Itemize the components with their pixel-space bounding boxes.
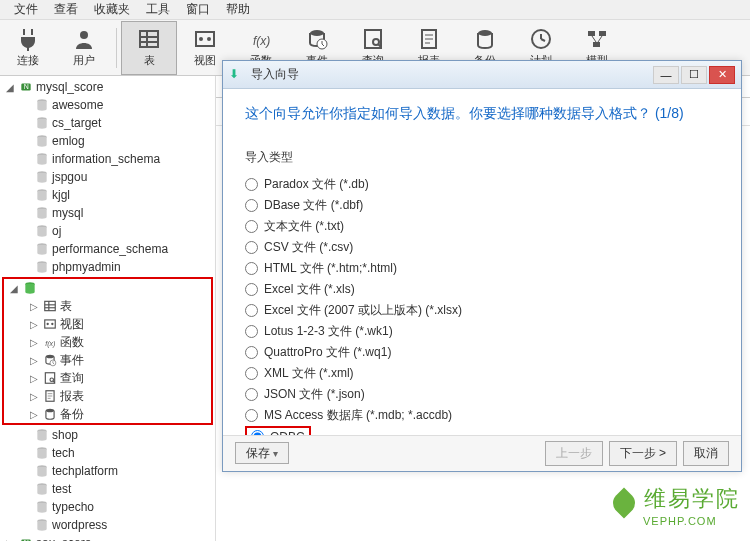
database-icon — [35, 188, 49, 202]
maximize-button[interactable]: ☐ — [681, 66, 707, 84]
import-type-option[interactable]: CSV 文件 (*.csv) — [245, 237, 719, 258]
db-node[interactable]: tech — [0, 444, 215, 462]
radio-input[interactable] — [245, 199, 258, 212]
import-type-option[interactable]: QuattroPro 文件 (*.wq1) — [245, 342, 719, 363]
import-type-option[interactable]: Paradox 文件 (*.db) — [245, 174, 719, 195]
radio-input[interactable] — [245, 325, 258, 338]
db-node[interactable]: phpmyadmin — [0, 258, 215, 276]
next-button[interactable]: 下一步 > — [609, 441, 677, 466]
db-child-table[interactable]: ▷表 — [4, 297, 211, 315]
menu-fav[interactable]: 收藏夹 — [86, 0, 138, 20]
report-icon — [43, 389, 57, 403]
minimize-button[interactable]: — — [653, 66, 679, 84]
radio-input[interactable] — [245, 283, 258, 296]
import-type-option[interactable]: 文本文件 (*.txt) — [245, 216, 719, 237]
wizard-icon: ⬇ — [229, 67, 245, 83]
db-child-fx[interactable]: ▷f(x)函数 — [4, 333, 211, 351]
svg-point-7 — [207, 37, 211, 41]
db-child-view[interactable]: ▷视图 — [4, 315, 211, 333]
import-type-option[interactable]: Excel 文件 (2007 或以上版本) (*.xlsx) — [245, 300, 719, 321]
svg-rect-24 — [588, 31, 595, 36]
db-child-backup[interactable]: ▷备份 — [4, 405, 211, 423]
db-node[interactable]: information_schema — [0, 150, 215, 168]
import-type-option[interactable]: HTML 文件 (*.htm;*.html) — [245, 258, 719, 279]
ribbon-user[interactable]: 用户 — [56, 21, 112, 75]
db-node[interactable]: jspgou — [0, 168, 215, 186]
dialog-footer: 保存 上一步 下一步 > 取消 — [223, 435, 741, 471]
import-type-option[interactable]: MS Access 数据库 (*.mdb; *.accdb) — [245, 405, 719, 426]
db-node[interactable]: mysql — [0, 204, 215, 222]
database-icon — [35, 500, 49, 514]
fx-icon: f(x) — [249, 27, 273, 51]
radio-input[interactable] — [245, 241, 258, 254]
database-icon — [35, 206, 49, 220]
close-button[interactable]: ✕ — [709, 66, 735, 84]
radio-input[interactable] — [245, 262, 258, 275]
import-type-group: Paradox 文件 (*.db)DBase 文件 (*.dbf)文本文件 (*… — [245, 174, 719, 447]
import-type-option[interactable]: Lotus 1-2-3 文件 (*.wk1) — [245, 321, 719, 342]
radio-input[interactable] — [245, 409, 258, 422]
selected-db-block: ◢ ▷表▷视图▷f(x)函数▷事件▷查询▷报表▷备份 — [2, 277, 213, 425]
svg-point-47 — [47, 323, 49, 325]
import-type-option[interactable]: JSON 文件 (*.json) — [245, 384, 719, 405]
radio-input[interactable] — [245, 388, 258, 401]
db-node-active[interactable]: ◢ — [4, 279, 211, 297]
db-node[interactable]: wordpress — [0, 516, 215, 534]
db-node[interactable]: typecho — [0, 498, 215, 516]
radio-input[interactable] — [245, 220, 258, 233]
db-node[interactable]: techplatform — [0, 462, 215, 480]
radio-input[interactable] — [245, 304, 258, 317]
menu-window[interactable]: 窗口 — [178, 0, 218, 20]
svg-line-28 — [598, 36, 602, 42]
db-node[interactable]: awesome — [0, 96, 215, 114]
save-button[interactable]: 保存 — [235, 442, 289, 464]
connection-node[interactable]: ▷Nsau_score — [0, 534, 215, 541]
database-icon — [35, 116, 49, 130]
event-icon — [43, 353, 57, 367]
database-icon — [35, 518, 49, 532]
db-child-query[interactable]: ▷查询 — [4, 369, 211, 387]
db-node[interactable]: performance_schema — [0, 240, 215, 258]
menu-help[interactable]: 帮助 — [218, 0, 258, 20]
dialog-title: 导入向导 — [251, 66, 653, 83]
cancel-button[interactable]: 取消 — [683, 441, 729, 466]
svg-text:f(x): f(x) — [253, 34, 270, 48]
schedule-icon — [529, 27, 553, 51]
svg-line-27 — [592, 36, 596, 42]
db-node[interactable]: emlog — [0, 132, 215, 150]
import-type-option[interactable]: DBase 文件 (*.dbf) — [245, 195, 719, 216]
import-type-option[interactable]: Excel 文件 (*.xls) — [245, 279, 719, 300]
dialog-titlebar[interactable]: ⬇ 导入向导 — ☐ ✕ — [223, 61, 741, 89]
connection-icon: N — [19, 536, 33, 541]
import-type-label: 导入类型 — [245, 149, 719, 166]
database-icon — [35, 98, 49, 112]
import-type-option[interactable]: XML 文件 (*.xml) — [245, 363, 719, 384]
db-child-report[interactable]: ▷报表 — [4, 387, 211, 405]
svg-rect-42 — [45, 301, 56, 310]
radio-input[interactable] — [245, 346, 258, 359]
radio-input[interactable] — [245, 367, 258, 380]
svg-point-20 — [478, 30, 492, 36]
menu-tools[interactable]: 工具 — [138, 0, 178, 20]
menu-view[interactable]: 查看 — [46, 0, 86, 20]
svg-rect-5 — [196, 32, 214, 46]
db-node[interactable]: cs_target — [0, 114, 215, 132]
db-node[interactable]: shop — [0, 426, 215, 444]
svg-point-9 — [310, 30, 324, 36]
table-icon — [43, 299, 57, 313]
ribbon-plug[interactable]: 连接 — [0, 21, 56, 75]
menu-file[interactable]: 文件 — [6, 0, 46, 20]
db-node[interactable]: test — [0, 480, 215, 498]
svg-rect-26 — [593, 42, 600, 47]
ribbon-label: 用户 — [73, 53, 95, 68]
connection-node[interactable]: ◢Nmysql_score — [0, 78, 215, 96]
db-child-event[interactable]: ▷事件 — [4, 351, 211, 369]
ribbon-table[interactable]: 表 — [121, 21, 177, 75]
database-icon — [35, 134, 49, 148]
db-node[interactable]: kjgl — [0, 186, 215, 204]
database-icon — [35, 224, 49, 238]
db-node[interactable]: oj — [0, 222, 215, 240]
db-tree[interactable]: ◢Nmysql_scoreawesomecs_targetemloginform… — [0, 76, 216, 541]
dialog-body: 这个向导允许你指定如何导入数据。你要选择哪种数据导入格式？ (1/8) 导入类型… — [223, 89, 741, 463]
radio-input[interactable] — [245, 178, 258, 191]
